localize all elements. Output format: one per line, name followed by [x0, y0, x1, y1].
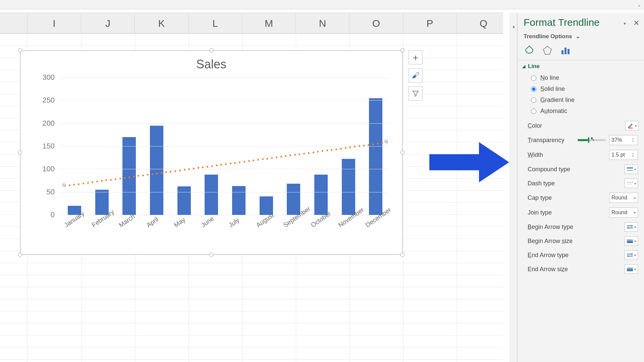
- trendline-dot[interactable]: [276, 157, 277, 158]
- bar[interactable]: [342, 159, 355, 215]
- dash-row: Dash type ▾: [518, 176, 644, 190]
- resize-handle[interactable]: [400, 150, 405, 155]
- trendline-dot[interactable]: [308, 152, 310, 154]
- resize-handle[interactable]: [209, 253, 213, 257]
- bar[interactable]: [177, 186, 191, 215]
- trendline-dot[interactable]: [184, 169, 185, 171]
- resize-handle[interactable]: [18, 150, 22, 155]
- resize-handle[interactable]: [18, 253, 22, 257]
- fill-line-tab[interactable]: [524, 45, 535, 56]
- chart-styles-button[interactable]: 🖌: [409, 68, 423, 82]
- pane-dropdown-icon[interactable]: ▾: [624, 21, 626, 26]
- line-section-header[interactable]: ◢ Line: [518, 60, 644, 72]
- compound-type-button[interactable]: ▾: [625, 165, 638, 174]
- end-arrow-size-row: End Arrow size ▾: [518, 262, 644, 276]
- begin-arrow-type-button[interactable]: ▾: [625, 222, 638, 232]
- trendline-dot[interactable]: [87, 182, 89, 184]
- resize-handle[interactable]: [400, 48, 405, 52]
- chart-elements-button[interactable]: ＋: [409, 50, 423, 64]
- trendline-dot[interactable]: [142, 175, 144, 176]
- column-header[interactable]: K: [135, 13, 189, 33]
- bar[interactable]: [95, 190, 109, 215]
- svg-rect-3: [568, 49, 570, 54]
- resize-handle[interactable]: [18, 48, 22, 52]
- scroll-up-icon[interactable]: ▴: [510, 22, 517, 30]
- trendline-dot[interactable]: [244, 161, 245, 163]
- column-header[interactable]: O: [350, 13, 403, 33]
- trendline-dot[interactable]: [340, 148, 342, 149]
- end-arrow-size-button[interactable]: ▾: [625, 264, 638, 274]
- trendline-dot[interactable]: [147, 174, 149, 176]
- resize-handle[interactable]: [400, 253, 405, 257]
- trendline-dot[interactable]: [179, 170, 181, 171]
- column-header[interactable]: N: [296, 13, 350, 33]
- trendline-dot[interactable]: [280, 156, 282, 158]
- radio-solid-line[interactable]: Solid line: [531, 83, 638, 95]
- ribbon-expand-chevron-icon[interactable]: ⌄: [637, 2, 641, 7]
- bar[interactable]: [150, 126, 163, 215]
- trendline-dot[interactable]: [271, 157, 273, 159]
- column-header[interactable]: I: [28, 13, 81, 33]
- join-type-dropdown[interactable]: Round▾: [609, 207, 638, 218]
- chart-filters-button[interactable]: [409, 86, 423, 101]
- width-value[interactable]: 1.5 pt ▴▾: [609, 150, 638, 160]
- spinner-icon[interactable]: ▴▾: [632, 136, 637, 144]
- radio-automatic[interactable]: Automatic: [531, 106, 638, 117]
- column-header[interactable]: P: [403, 13, 457, 33]
- radio-gradient-line[interactable]: Gradient line: [531, 95, 638, 106]
- column-header[interactable]: L: [189, 13, 242, 33]
- trendline-dot[interactable]: [83, 183, 84, 184]
- bar[interactable]: [369, 98, 382, 215]
- trendline-options-tab[interactable]: [560, 45, 571, 56]
- bar[interactable]: [314, 175, 328, 215]
- trendline-dot[interactable]: [211, 165, 213, 167]
- arrow-type-icon: [627, 225, 633, 229]
- spinner-icon[interactable]: ▴▾: [632, 150, 637, 159]
- trendline-dot[interactable]: [239, 162, 240, 163]
- trendline-dot[interactable]: [368, 144, 369, 146]
- end-arrow-type-button[interactable]: ▾: [625, 250, 638, 260]
- trendline-dot[interactable]: [207, 166, 208, 168]
- radio-no-line[interactable]: No line: [531, 72, 638, 83]
- chart-container[interactable]: Sales 050100150200250300 JanuaryFebruary…: [20, 50, 402, 255]
- transparency-value[interactable]: 37% ▴▾: [609, 135, 638, 145]
- trendline-dot[interactable]: [248, 160, 250, 162]
- begin-arrow-size-button[interactable]: ▾: [625, 236, 638, 246]
- trendline-dot[interactable]: [110, 179, 112, 181]
- trendline-dot[interactable]: [119, 178, 121, 179]
- column-header[interactable]: M: [242, 13, 296, 33]
- cap-type-dropdown[interactable]: Round▾: [609, 193, 638, 203]
- arrow-type-icon: [627, 253, 633, 257]
- dash-type-button[interactable]: ▾: [625, 179, 638, 188]
- trendline-dot[interactable]: [345, 147, 346, 149]
- format-trendline-pane: Format Trendline ▾ ✕ Trendline Options ⌄…: [517, 13, 644, 362]
- bar[interactable]: [287, 184, 300, 215]
- effects-tab[interactable]: [542, 45, 553, 56]
- trendline-dot[interactable]: [377, 143, 379, 144]
- begin-arrow-size-row: Begin Arrow size ▾: [518, 234, 644, 248]
- bar[interactable]: [232, 186, 246, 215]
- trendline-dot[interactable]: [313, 152, 314, 153]
- color-picker-button[interactable]: ▾: [625, 121, 639, 130]
- end-arrow-type-label: End Arrow type: [528, 252, 569, 259]
- column-header[interactable]: Q: [457, 13, 511, 33]
- ribbon-collapsed: ⌄: [0, 0, 644, 9]
- trendline-dot[interactable]: [78, 183, 79, 185]
- trendline-dot[interactable]: [152, 173, 153, 175]
- pane-close-button[interactable]: ✕: [633, 19, 639, 27]
- transparency-slider[interactable]: [578, 139, 606, 141]
- plot-area[interactable]: 050100150200250300: [61, 77, 389, 215]
- column-header[interactable]: J: [81, 13, 135, 33]
- chart-title[interactable]: Sales: [20, 57, 402, 71]
- trendline-dot[interactable]: [115, 178, 116, 180]
- trendline-dot[interactable]: [372, 143, 374, 145]
- trendline-dot[interactable]: [303, 153, 305, 155]
- resize-handle[interactable]: [209, 48, 213, 52]
- pane-subtitle[interactable]: Trendline Options ⌄: [518, 33, 644, 40]
- trendline-dot[interactable]: [216, 165, 218, 166]
- trendline-dot[interactable]: [174, 170, 176, 172]
- y-tick-label: 150: [37, 142, 55, 150]
- trendline-dot[interactable]: [335, 148, 337, 150]
- vertical-scrollbar[interactable]: ▴: [510, 13, 517, 362]
- bar[interactable]: [205, 175, 218, 215]
